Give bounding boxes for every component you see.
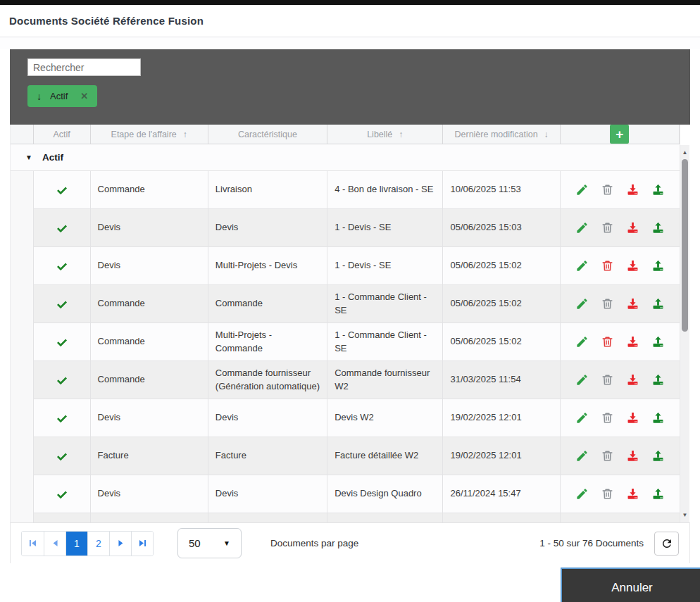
delete-button[interactable] [601, 335, 614, 349]
pencil-icon [575, 183, 589, 196]
download-button[interactable] [626, 411, 639, 425]
download-icon [626, 221, 639, 234]
row-etape-cell [90, 513, 208, 522]
upload-icon [651, 411, 665, 425]
table-row[interactable]: Commande Multi-Projets - Commande 1 - Co… [11, 323, 680, 361]
last-page-button[interactable] [131, 532, 153, 556]
row-libelle-cell: 1 - Commande Client - SE [327, 323, 442, 361]
row-actif-cell [33, 209, 90, 247]
upload-icon [651, 335, 665, 349]
previous-page-icon [51, 539, 60, 548]
upload-button[interactable] [651, 411, 665, 425]
row-actions-cell [560, 209, 680, 247]
upload-button[interactable] [651, 335, 665, 349]
vertical-scrollbar[interactable]: ▲ ▼ [680, 145, 689, 522]
edit-button[interactable] [575, 297, 589, 311]
table-row[interactable] [11, 513, 680, 522]
row-actions-cell [560, 171, 680, 209]
check-icon [56, 222, 68, 234]
page-size-value: 50 [189, 537, 201, 549]
delete-button[interactable] [601, 449, 614, 463]
scroll-down-icon[interactable]: ▼ [680, 512, 689, 518]
upload-button[interactable] [651, 183, 665, 196]
column-header-modification[interactable]: Dernière modification ↓ [442, 125, 559, 144]
download-button[interactable] [626, 259, 639, 272]
column-header-etape[interactable]: Etape de l'affaire ↑ [90, 125, 208, 144]
upload-button[interactable] [651, 373, 665, 387]
download-icon [626, 373, 639, 387]
row-actions-cell [560, 437, 680, 475]
search-input[interactable] [27, 58, 141, 76]
edit-button[interactable] [575, 411, 589, 425]
row-modification-cell: 05/06/2025 15:02 [442, 247, 559, 285]
column-header-actif[interactable]: Actif [33, 125, 90, 144]
column-label: Caractéristique [238, 130, 297, 139]
delete-button[interactable] [601, 183, 614, 196]
upload-button[interactable] [651, 449, 665, 463]
check-icon [56, 336, 68, 349]
table-row[interactable]: Commande Commande fournisseur (Génératio… [11, 361, 680, 399]
delete-button[interactable] [601, 259, 614, 272]
edit-button[interactable] [575, 449, 589, 463]
upload-icon [651, 259, 665, 272]
pencil-icon [575, 221, 589, 234]
first-page-button[interactable] [22, 532, 44, 556]
per-page-label: Documents par page [270, 538, 358, 548]
edit-button[interactable] [575, 335, 589, 349]
download-button[interactable] [626, 487, 639, 501]
download-button[interactable] [626, 221, 639, 234]
page-size-select[interactable]: 50 ▼ [177, 528, 242, 558]
column-label: Dernière modification [455, 130, 538, 139]
close-icon[interactable]: ✕ [80, 91, 88, 101]
collapse-caret-icon[interactable]: ▼ [25, 153, 32, 161]
table-row[interactable]: Devis Devis 1 - Devis - SE 05/06/2025 15… [11, 209, 680, 247]
download-button[interactable] [626, 183, 639, 196]
download-button[interactable] [626, 297, 639, 311]
upload-button[interactable] [651, 259, 665, 272]
download-button[interactable] [626, 335, 639, 349]
row-libelle-cell: Facture détaillée W2 [327, 437, 442, 475]
page-button-2[interactable]: 2 [87, 532, 109, 556]
row-actif-cell [33, 513, 90, 522]
row-libelle-cell: 1 - Devis - SE [327, 247, 442, 285]
edit-button[interactable] [575, 259, 589, 272]
row-caracteristique-cell: Livraison [208, 171, 327, 209]
table-row[interactable]: Commande Commande 1 - Commande Client - … [11, 285, 680, 323]
table-row[interactable]: Devis Devis Devis Design Quadro 26/11/20… [11, 475, 680, 513]
refresh-button[interactable] [654, 532, 679, 556]
column-header-libelle[interactable]: Libellé ↑ [327, 125, 442, 144]
delete-button[interactable] [601, 221, 614, 234]
delete-button[interactable] [601, 487, 614, 501]
delete-button[interactable] [601, 297, 614, 311]
row-modification-cell: 31/03/2025 11:54 [442, 361, 559, 399]
add-document-button[interactable]: + [610, 125, 629, 144]
next-page-button[interactable] [109, 532, 131, 556]
group-row-actif[interactable]: ▼ Actif [11, 144, 680, 171]
filter-chip-actif[interactable]: ↓ Actif ✕ [27, 85, 97, 107]
download-button[interactable] [626, 449, 639, 463]
row-etape-cell: Commande [90, 285, 208, 323]
upload-button[interactable] [651, 221, 665, 234]
edit-button[interactable] [575, 487, 589, 501]
table-row[interactable]: Commande Livraison 4 - Bon de livraison … [11, 171, 680, 209]
row-libelle-cell: 4 - Bon de livraison - SE [327, 171, 442, 209]
edit-button[interactable] [575, 373, 589, 387]
scroll-up-icon[interactable]: ▲ [680, 149, 689, 156]
delete-button[interactable] [601, 373, 614, 387]
table-row[interactable]: Devis Devis Devis W2 19/02/2025 12:01 [11, 399, 680, 437]
column-header-caracteristique[interactable]: Caractéristique [208, 125, 327, 144]
table-row[interactable]: Facture Facture Facture détaillée W2 19/… [11, 437, 680, 475]
table-row[interactable]: Devis Multi-Projets - Devis 1 - Devis - … [11, 247, 680, 285]
edit-button[interactable] [575, 183, 589, 196]
delete-button[interactable] [601, 411, 614, 425]
filter-chip-label: Actif [50, 91, 68, 101]
download-button[interactable] [626, 373, 639, 387]
edit-button[interactable] [575, 221, 589, 234]
previous-page-button[interactable] [44, 532, 65, 556]
cancel-button[interactable]: Annuler [561, 567, 700, 602]
upload-button[interactable] [651, 297, 665, 311]
scrollbar-thumb[interactable] [682, 159, 688, 332]
sort-asc-icon: ↑ [399, 130, 403, 139]
upload-button[interactable] [651, 487, 665, 501]
page-button-1[interactable]: 1 [65, 532, 87, 556]
